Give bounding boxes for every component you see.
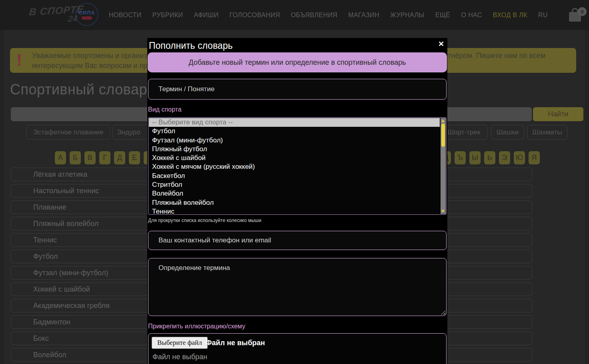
sport-tag[interactable]: Шашки bbox=[491, 125, 524, 140]
sport-option[interactable]: Хоккей с мячом (русский хоккей) bbox=[149, 162, 440, 171]
nav-item[interactable]: РУБРИКИ bbox=[152, 12, 183, 19]
sport-option[interactable]: Стритбол bbox=[149, 180, 440, 189]
close-icon[interactable]: ✕ bbox=[438, 40, 444, 48]
alphabet-letter-button[interactable]: Ю bbox=[514, 151, 525, 164]
sport-options: -- Выберите вид спорта --ФутболФутзал (м… bbox=[149, 118, 440, 215]
contact-input[interactable] bbox=[148, 231, 447, 250]
sport-option[interactable]: -- Выберите вид спорта -- bbox=[149, 118, 440, 127]
alphabet-letter-button[interactable]: Ы bbox=[469, 151, 481, 164]
nav-item[interactable]: МАГАЗИН bbox=[348, 12, 379, 19]
cart-button[interactable]: 0 bbox=[569, 7, 587, 24]
add-term-modal: Пополнить словарь ✕ Добавьте новый терми… bbox=[147, 38, 447, 364]
alphabet-letter-button[interactable]: Ь bbox=[484, 151, 495, 164]
select-scrollbar[interactable] bbox=[441, 118, 446, 214]
sila-emblem-red-bar bbox=[82, 16, 92, 20]
nav-item[interactable]: НОВОСТИ bbox=[109, 12, 142, 19]
nav-item[interactable]: ГОЛОСОВАНИЯ bbox=[229, 12, 280, 19]
sila-emblem[interactable]: СИЛА bbox=[75, 3, 98, 26]
cart-count-badge: 0 bbox=[578, 7, 587, 16]
nav-item[interactable]: ЕЩЁ bbox=[435, 12, 451, 19]
alphabet-letter-button[interactable]: Е bbox=[129, 151, 140, 164]
sport-option[interactable]: Теннис bbox=[149, 207, 440, 215]
choose-file-button[interactable]: Выберите файл bbox=[152, 337, 208, 349]
sport-option[interactable]: Пляжный волейбол bbox=[149, 198, 440, 207]
alphabet-letter-button[interactable]: А bbox=[55, 151, 66, 164]
scroll-hint-text: Для прокрутки списка используйте колесик… bbox=[148, 218, 261, 223]
modal-title: Пополнить словарь bbox=[149, 40, 232, 51]
find-button[interactable]: Найти bbox=[533, 107, 583, 121]
nav-item[interactable]: ОБЪЯВЛЕНИЯ bbox=[291, 12, 337, 19]
sport-option[interactable]: Пляжный футбол bbox=[149, 145, 440, 154]
nav-item[interactable]: ВХОД В ЛК bbox=[493, 12, 527, 19]
alphabet-letter-button[interactable]: Ъ bbox=[455, 151, 466, 164]
notice-text-line1-right: тнёром. Пишите нам по всем bbox=[448, 52, 545, 60]
definition-textarea[interactable] bbox=[148, 258, 447, 316]
scrollbar-thumb[interactable] bbox=[441, 124, 445, 147]
nav-item[interactable]: О НАС bbox=[461, 12, 482, 19]
nav-item[interactable]: ЖУРНАЛЫ bbox=[390, 12, 425, 19]
file-inline-status: Файл не выбран bbox=[206, 339, 265, 347]
exclamation-icon: ! bbox=[16, 50, 22, 70]
top-navbar: В СПОРТЕ 24 СИЛА НОВОСТИРУБРИКИАФИШИГОЛО… bbox=[0, 0, 589, 30]
file-upload-field: Выберите файл Файл не выбран Файл не выб… bbox=[148, 333, 447, 364]
nav-item[interactable]: RU bbox=[538, 12, 548, 19]
nav-item[interactable]: АФИШИ bbox=[194, 12, 218, 19]
term-input[interactable] bbox=[148, 79, 447, 100]
sport-tag[interactable]: Шахматы bbox=[527, 125, 567, 140]
alphabet-letter-button[interactable]: В bbox=[84, 151, 96, 164]
main-nav: НОВОСТИРУБРИКИАФИШИГОЛОСОВАНИЯОБЪЯВЛЕНИЯ… bbox=[109, 0, 548, 30]
sport-option[interactable]: Волейбол bbox=[149, 189, 440, 198]
sport-select-listbox[interactable]: -- Выберите вид спорта --ФутболФутзал (м… bbox=[148, 117, 447, 215]
sport-option[interactable]: Футбол bbox=[149, 127, 440, 136]
sila-emblem-text: СИЛА bbox=[78, 10, 95, 16]
page-title: Спортивный словарь bbox=[10, 81, 155, 98]
alphabet-letter-button[interactable]: Г bbox=[99, 151, 110, 164]
attach-illustration-label: Прикрепить иллюстрацию/схему bbox=[148, 323, 245, 330]
file-status-text: Файл не выбран bbox=[152, 353, 207, 361]
sport-option[interactable]: Футзал (мини-футбол) bbox=[149, 136, 440, 145]
scroll-down-arrow-icon[interactable] bbox=[441, 210, 445, 212]
alphabet-letter-button[interactable]: Б bbox=[70, 151, 81, 164]
scroll-up-arrow-icon[interactable] bbox=[441, 120, 445, 122]
sport-tag[interactable]: Эстафетное плавание bbox=[26, 125, 110, 140]
sport-option[interactable]: Хоккей с шайбой bbox=[149, 154, 440, 162]
sport-option[interactable]: Баскетбол bbox=[149, 172, 440, 180]
sport-type-label: Вид спорта bbox=[148, 106, 182, 113]
alphabet-letter-button[interactable]: Д bbox=[114, 151, 125, 164]
alphabet-letter-button[interactable]: Э bbox=[499, 151, 510, 164]
modal-subtitle-banner: Добавьте новый термин или определение в … bbox=[148, 52, 447, 72]
alphabet-letter-button[interactable]: Я bbox=[529, 151, 540, 164]
